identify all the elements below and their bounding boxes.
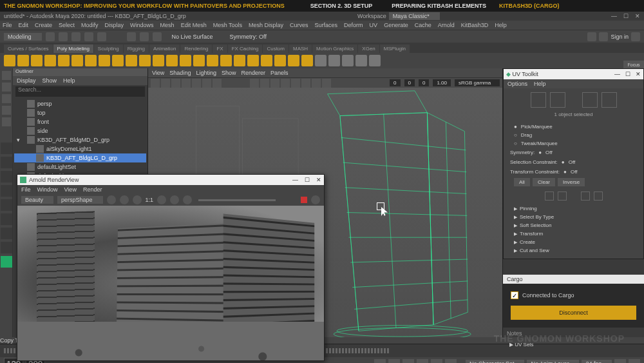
shelf-icon[interactable] [301,55,313,66]
play-back-icon[interactable] [402,359,414,363]
help-menu[interactable]: Help [534,81,546,87]
outliner-menu-item[interactable]: Show [43,77,57,84]
options-menu[interactable]: Options [507,81,527,87]
shelf-icon[interactable] [166,55,178,66]
shelf-icon[interactable] [139,55,151,66]
tool-icon[interactable] [97,32,106,41]
trans-constraint-value[interactable]: Off [571,169,578,175]
minimize-icon[interactable]: — [614,71,620,77]
tool-icon[interactable] [127,32,136,41]
shelf-tab[interactable]: Rigging [124,44,149,53]
viewport-tool-icon[interactable] [322,79,331,88]
flood-icon[interactable] [581,191,590,201]
no-live-surface[interactable]: No Live Surface [172,34,213,40]
menu-mesh[interactable]: Mesh [160,22,175,28]
outliner-item[interactable]: ▾KB3D_AFT_BldgMD_D_grp [14,135,146,144]
close-icon[interactable]: ✕ [316,177,321,183]
outliner-item[interactable]: persp [14,99,146,108]
uv-section[interactable]: Pinning [507,204,639,213]
crop-icon[interactable] [157,195,166,204]
shelf-icon[interactable] [369,55,381,66]
viewport-menu-item[interactable]: Lighting [196,70,216,76]
uv-section[interactable]: Create [507,238,639,246]
tool-icon[interactable] [140,32,149,41]
minimize-icon[interactable]: — [292,177,298,183]
outliner-item[interactable]: front [14,117,146,126]
shelf-icon[interactable] [247,55,259,66]
tool-icon[interactable] [71,32,80,41]
tool-icon[interactable] [46,32,55,41]
scale-tool-icon[interactable] [2,117,11,126]
menu-cache[interactable]: Cache [415,22,431,28]
move-tool-icon[interactable] [2,94,11,103]
menu-mesh-display[interactable]: Mesh Display [249,22,283,28]
outliner-item[interactable]: top [14,108,146,117]
stop-icon[interactable] [120,195,129,204]
shelf-icon[interactable] [17,55,29,66]
menu-file[interactable]: File [3,22,12,28]
shelf-icon[interactable] [261,55,272,66]
record-icon[interactable] [301,197,307,203]
tool-icon[interactable] [599,32,608,41]
layout-icon[interactable] [1,228,12,239]
autokey-icon[interactable] [614,359,626,363]
shelf-icon[interactable] [31,55,43,66]
shelf-tab[interactable]: MSPlugin [380,44,410,53]
res-y[interactable]: 0 [404,79,415,86]
play-forward-icon[interactable] [417,359,428,363]
mode-dropdown[interactable]: Modeling [4,33,42,41]
exposure-slider[interactable] [198,199,276,201]
viewport-tool-icon[interactable] [250,79,259,88]
menu-help[interactable]: Help [495,22,507,28]
end-icon[interactable] [445,359,457,363]
inverse-button[interactable]: Inverse [558,178,585,186]
prefs-icon[interactable] [629,359,640,363]
loop-icon[interactable] [594,191,603,201]
outliner-menu-item[interactable]: Help [63,77,75,84]
uv-section[interactable]: Select By Type [507,213,639,221]
layout-icon[interactable] [1,185,12,197]
shelf-tab[interactable]: FX Caching [228,44,263,53]
shelf-tab[interactable]: FX [213,44,227,53]
step-forward-icon[interactable] [431,359,442,363]
res-z[interactable]: 0 [419,79,429,86]
viewport-tool-icon[interactable] [151,79,160,88]
shelf-icon[interactable] [315,55,327,66]
shelf-icon[interactable] [99,55,110,66]
viewport-tool-icon[interactable] [192,79,201,88]
sel-constraint-value[interactable]: Off [569,159,576,165]
arnold-titlebar[interactable]: Arnold RenderView — ☐ ✕ [17,175,324,185]
signin-button[interactable]: Sign in [611,34,629,40]
shelf-icon[interactable] [355,55,367,66]
viewport-tool-icon[interactable] [171,79,180,88]
lasso-tool-icon[interactable] [2,83,11,92]
menu-create[interactable]: Create [35,22,52,28]
res-x[interactable]: 0 [390,79,400,86]
uv-section[interactable]: Transform [507,230,639,238]
shelf-icon[interactable] [207,55,218,66]
viewport-tool-icon[interactable] [202,79,211,88]
menu-edit[interactable]: Edit [19,22,29,28]
shelf-tab[interactable]: Rendering [180,44,212,53]
gamma-dropdown[interactable]: sRGB gamma [455,79,500,86]
save-icon[interactable] [183,195,192,204]
shelf-icon[interactable] [153,55,164,66]
shelf-icon[interactable] [288,55,299,66]
outliner-item[interactable]: KB3D_AFT_BldgLG_D_grp [14,153,146,162]
menu-curves[interactable]: Curves [290,22,308,28]
camera-dropdown[interactable]: perspShape [57,196,103,204]
shelf-icon[interactable] [193,55,205,66]
select-tool-icon[interactable] [2,71,11,80]
viewport-tool-icon[interactable] [281,79,290,88]
tool-icon[interactable] [631,32,640,41]
shelf-icon[interactable] [44,55,56,66]
outliner-search[interactable]: Search... [15,86,145,97]
layout-icon[interactable] [1,142,12,154]
aov-dropdown[interactable]: Beauty [21,196,53,204]
shelf-tab[interactable]: Custom [263,44,289,53]
viewport-tool-icon[interactable] [260,79,269,88]
animlayer-dropdown[interactable]: No Anim Layer [527,360,579,363]
grow-icon[interactable] [545,191,554,201]
menu-uv[interactable]: UV [370,22,378,28]
maximize-icon[interactable]: ☐ [625,71,630,77]
